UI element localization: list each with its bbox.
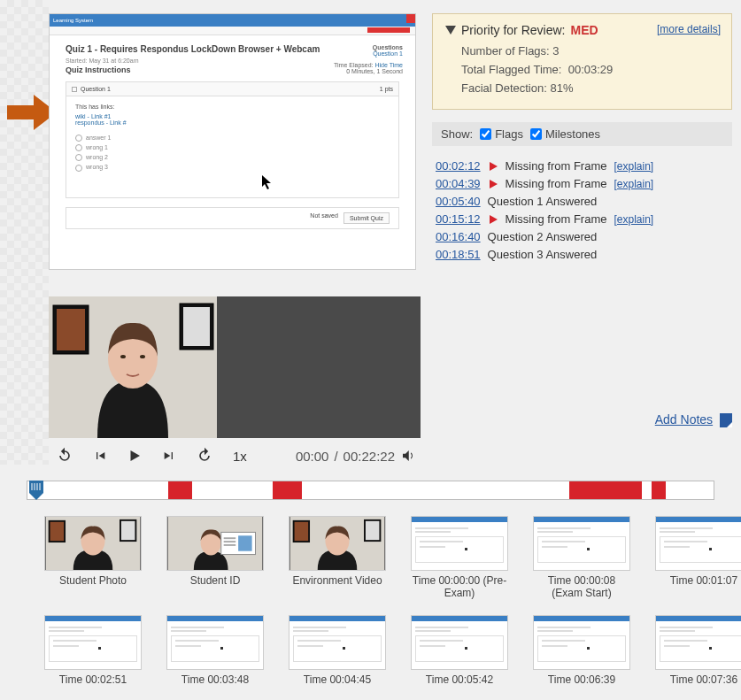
- flag-icon: [488, 161, 498, 172]
- thumbnail-image[interactable]: [289, 516, 386, 571]
- event-description: Missing from Frame: [506, 212, 607, 226]
- timeline-flag-region[interactable]: [652, 481, 666, 499]
- thumbnail-image[interactable]: [533, 615, 630, 670]
- thumbnail-image[interactable]: [166, 516, 264, 571]
- svg-rect-18: [224, 537, 236, 539]
- thumbnail-image[interactable]: [289, 615, 386, 670]
- event-row: 00:18:51Question 3 Answered: [436, 248, 729, 261]
- svg-rect-17: [238, 535, 251, 550]
- thumbnail[interactable]: Time 00:05:42: [411, 615, 508, 686]
- timeline-playhead-icon[interactable]: [27, 479, 45, 502]
- thumbnail[interactable]: Environment Video: [289, 516, 386, 599]
- prev-icon[interactable]: [93, 449, 107, 463]
- thumbnail-image[interactable]: [44, 615, 142, 670]
- event-timestamp-link[interactable]: 00:15:12: [436, 212, 481, 226]
- timeline-flag-region[interactable]: [569, 481, 641, 499]
- event-filter-bar: Show: Flags Milestones: [432, 122, 732, 146]
- timeline-flag-region[interactable]: [273, 481, 302, 499]
- thumbnail[interactable]: Time 00:01:07: [655, 516, 741, 599]
- close-icon: [406, 14, 415, 23]
- flag-icon: [488, 214, 498, 225]
- note-icon[interactable]: [720, 413, 732, 427]
- thumbnail[interactable]: Time 00:03:48: [166, 615, 264, 686]
- add-notes-link[interactable]: Add Notes: [655, 412, 713, 427]
- thumbnail[interactable]: Time 00:06:39: [533, 615, 630, 686]
- event-description: Missing from Frame: [506, 159, 607, 173]
- quiz-sidebar: Questions Question 1 Time Elapsed: Hide …: [334, 44, 403, 74]
- thumbnail[interactable]: Time 00:04:45: [289, 615, 386, 686]
- volume-icon[interactable]: [400, 448, 416, 464]
- question-header: Question 1 1 pts: [66, 81, 399, 96]
- timeline-scrubber[interactable]: [27, 481, 714, 500]
- event-description: Missing from Frame: [506, 177, 607, 190]
- play-icon[interactable]: [127, 448, 143, 464]
- event-description: Question 2 Answered: [488, 230, 598, 243]
- thumbnail[interactable]: Time 00:00:08 (Exam Start): [533, 516, 630, 599]
- screen-feed: [217, 296, 421, 438]
- thumbnail[interactable]: Student Photo: [44, 516, 142, 599]
- svg-rect-20: [224, 544, 236, 546]
- thumbnail[interactable]: Time 00:00:00 (Pre-Exam): [411, 516, 508, 599]
- svg-point-7: [140, 355, 145, 358]
- next-icon[interactable]: [162, 449, 176, 463]
- explain-link[interactable]: [explain]: [614, 213, 653, 226]
- event-timestamp-link[interactable]: 00:16:40: [436, 230, 481, 243]
- thumbnail-strip: Student PhotoStudent IDEnvironment Video…: [0, 500, 741, 700]
- submit-quiz-button: Submit Quiz: [343, 212, 390, 224]
- timeline-flag-region[interactable]: [168, 481, 192, 499]
- thumbnail[interactable]: Time 00:07:36: [655, 615, 741, 686]
- thumbnail-image[interactable]: [166, 615, 264, 670]
- thumbnail-image[interactable]: [655, 516, 741, 571]
- svg-rect-2: [57, 309, 85, 350]
- flag-icon: [488, 179, 498, 189]
- event-row: 00:05:40Question 1 Answered: [436, 195, 729, 208]
- priority-level: MED: [570, 23, 598, 37]
- event-timestamp-link[interactable]: 00:02:12: [436, 159, 481, 173]
- thumbnail-label: Time 00:06:39: [533, 673, 630, 686]
- thumbnail-label: Time 00:00:08 (Exam Start): [533, 574, 630, 599]
- question-body: This has links: wiki - Link #1 respondus…: [66, 96, 399, 198]
- svg-rect-10: [50, 522, 64, 541]
- video-controls: 1x 00:00 / 00:22:22: [49, 438, 423, 473]
- more-details-link[interactable]: [more details]: [657, 23, 721, 35]
- playback-speed[interactable]: 1x: [233, 449, 247, 464]
- event-row: 00:02:12Missing from Frame[explain]: [436, 159, 729, 173]
- thumbnail-image[interactable]: [411, 516, 508, 571]
- thumbnail-label: Time 00:03:48: [166, 673, 264, 686]
- flags-checkbox[interactable]: Flags: [480, 127, 523, 141]
- thumbnail-label: Student Photo: [44, 574, 142, 587]
- events-list: 00:02:12Missing from Frame[explain]00:04…: [432, 146, 732, 274]
- exam-screen-recording: Learning System Questions Question 1 Tim…: [49, 13, 416, 270]
- thumbnail-label: Environment Video: [289, 574, 386, 587]
- thumbnail[interactable]: Student ID: [166, 516, 264, 599]
- event-timestamp-link[interactable]: 00:05:40: [436, 195, 481, 208]
- explain-link[interactable]: [explain]: [614, 160, 653, 173]
- thumbnail-label: Time 00:00:00 (Pre-Exam): [411, 574, 508, 599]
- webcam-feed: [49, 296, 217, 438]
- event-row: 00:16:40Question 2 Answered: [436, 230, 729, 243]
- svg-rect-4: [183, 307, 210, 346]
- svg-rect-25: [366, 521, 379, 540]
- thumbnail-label: Time 00:04:45: [289, 673, 386, 686]
- current-time: 00:00: [296, 449, 329, 464]
- thumbnail-label: Time 00:02:51: [44, 673, 142, 686]
- replay-icon[interactable]: [56, 447, 73, 465]
- event-timestamp-link[interactable]: 00:18:51: [436, 248, 481, 261]
- thumbnail-image[interactable]: [44, 516, 142, 571]
- thumbnail-image[interactable]: [533, 516, 630, 571]
- thumbnail-image[interactable]: [655, 615, 741, 670]
- event-row: 00:15:12Missing from Frame[explain]: [436, 212, 729, 226]
- collapse-triangle-icon[interactable]: [445, 26, 456, 35]
- cursor-icon: [261, 174, 274, 190]
- event-description: Question 3 Answered: [488, 248, 598, 261]
- thumbnail-label: Student ID: [166, 574, 264, 587]
- forward-icon[interactable]: [196, 447, 213, 465]
- event-row: 00:04:39Missing from Frame[explain]: [436, 177, 729, 190]
- thumbnail-label: Time 00:07:36: [655, 673, 741, 686]
- event-timestamp-link[interactable]: 00:04:39: [436, 177, 481, 190]
- priority-review-panel: Priority for Review: MED [more details] …: [432, 13, 732, 110]
- thumbnail[interactable]: Time 00:02:51: [44, 615, 142, 686]
- milestones-checkbox[interactable]: Milestones: [530, 127, 600, 141]
- explain-link[interactable]: [explain]: [614, 178, 653, 190]
- thumbnail-image[interactable]: [411, 615, 508, 670]
